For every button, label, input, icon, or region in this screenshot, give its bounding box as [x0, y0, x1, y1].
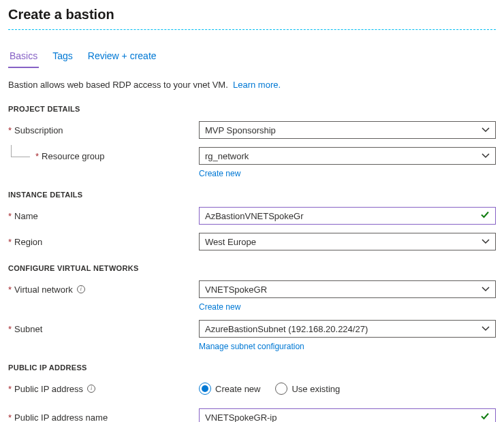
required-icon: *: [8, 324, 12, 334]
public-ip-name-input[interactable]: VNETSpokeGR-ip: [199, 408, 496, 422]
learn-more-link[interactable]: Learn more.: [233, 80, 281, 90]
tab-basics[interactable]: Basics: [8, 46, 39, 68]
info-icon[interactable]: i: [87, 385, 95, 393]
tab-tags[interactable]: Tags: [51, 46, 74, 68]
required-icon: *: [8, 384, 12, 394]
chevron-down-icon: [482, 126, 490, 134]
chevron-down-icon: [482, 238, 490, 246]
info-icon[interactable]: i: [77, 285, 85, 293]
vnet-label: * Virtual network i: [8, 285, 199, 295]
region-label-text: Region: [14, 237, 42, 247]
name-input[interactable]: AzBastionVNETSpokeGr: [199, 207, 496, 225]
public-ip-name-label-text: Public IP address name: [14, 412, 108, 423]
resource-group-value: rg_network: [205, 151, 249, 161]
public-ip-name-label: * Public IP address name: [8, 412, 199, 423]
radio-create-new-label: Create new: [215, 384, 260, 394]
radio-dot-icon: [199, 383, 211, 395]
public-ip-radio-group: Create new Use existing: [199, 383, 496, 395]
subnet-label-text: Subnet: [14, 324, 42, 334]
radio-use-existing[interactable]: Use existing: [275, 383, 340, 395]
subnet-select[interactable]: AzureBastionSubnet (192.168.20.224/27): [199, 320, 496, 338]
section-instance-details: INSTANCE DETAILS: [8, 191, 496, 199]
public-ip-label-text: Public IP address: [14, 384, 83, 394]
vnet-select[interactable]: VNETSpokeGR: [199, 280, 496, 298]
intro-body: Bastion allows web based RDP access to y…: [8, 80, 228, 90]
radio-create-new[interactable]: Create new: [199, 383, 260, 395]
tree-connector-icon: [11, 145, 30, 157]
name-label-text: Name: [14, 211, 38, 221]
subscription-label: * Subscription: [8, 125, 199, 135]
chevron-down-icon: [482, 152, 490, 160]
checkmark-icon: [480, 210, 490, 222]
chevron-down-icon: [482, 325, 490, 333]
region-label: * Region: [8, 237, 199, 247]
resource-group-select[interactable]: rg_network: [199, 147, 496, 165]
tab-review-create[interactable]: Review + create: [86, 46, 158, 68]
public-ip-label: * Public IP address i: [8, 384, 199, 394]
create-new-rg-link[interactable]: Create new: [199, 169, 496, 178]
section-configure-vnet: CONFIGURE VIRTUAL NETWORKS: [8, 264, 496, 272]
intro-text: Bastion allows web based RDP access to y…: [8, 80, 496, 90]
subscription-select[interactable]: MVP Sponsorship: [199, 121, 496, 139]
required-icon: *: [35, 151, 39, 161]
subscription-value: MVP Sponsorship: [205, 125, 276, 135]
name-value: AzBastionVNETSpokeGr: [205, 211, 304, 221]
checkmark-icon: [480, 412, 490, 423]
page-title: Create a bastion: [8, 7, 496, 22]
radio-dot-icon: [275, 383, 287, 395]
create-new-vnet-link[interactable]: Create new: [199, 302, 496, 312]
radio-use-existing-label: Use existing: [292, 384, 340, 394]
public-ip-name-value: VNETSpokeGR-ip: [205, 412, 277, 423]
vnet-label-text: Virtual network: [14, 285, 73, 295]
resource-group-label: * Resource group: [8, 151, 199, 161]
region-select[interactable]: West Europe: [199, 233, 496, 250]
manage-subnet-link[interactable]: Manage subnet configuration: [199, 342, 496, 351]
required-icon: *: [8, 412, 12, 423]
required-icon: *: [8, 211, 12, 221]
section-public-ip: PUBLIC IP ADDRESS: [8, 363, 496, 372]
name-label: * Name: [8, 211, 199, 221]
region-value: West Europe: [205, 237, 256, 247]
section-project-details: PROJECT DETAILS: [8, 105, 496, 113]
required-icon: *: [8, 125, 12, 135]
divider: [8, 29, 496, 30]
chevron-down-icon: [482, 285, 490, 293]
subscription-label-text: Subscription: [14, 125, 63, 135]
vnet-value: VNETSpokeGR: [205, 285, 267, 295]
tab-bar: Basics Tags Review + create: [8, 46, 496, 69]
subnet-value: AzureBastionSubnet (192.168.20.224/27): [205, 324, 368, 334]
resource-group-label-text: Resource group: [42, 151, 105, 161]
required-icon: *: [8, 237, 12, 247]
required-icon: *: [8, 285, 12, 295]
subnet-label: * Subnet: [8, 324, 199, 334]
